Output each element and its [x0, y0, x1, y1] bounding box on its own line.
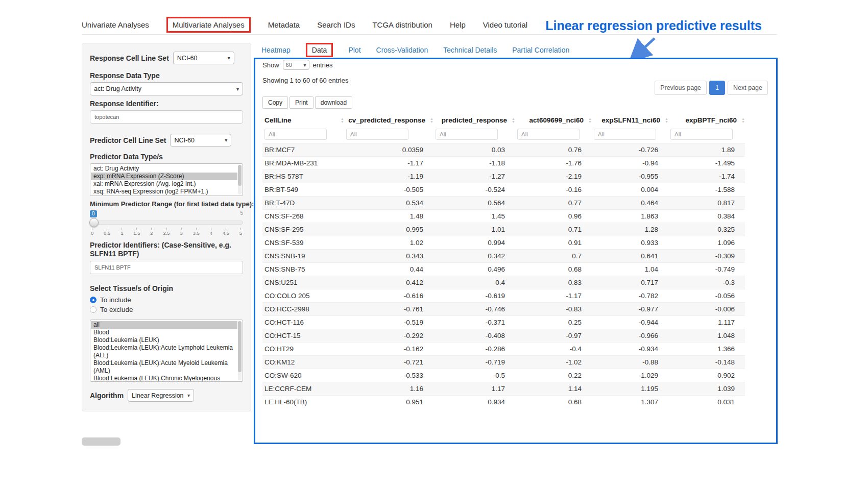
- nav-item-tcga-distribution[interactable]: TCGA distribution: [372, 20, 432, 29]
- show-entries-select[interactable]: 60 ▾: [283, 60, 309, 70]
- radio-button-icon[interactable]: [90, 306, 97, 313]
- table-cell: -0.006: [668, 303, 745, 316]
- column-filter-expbptf-nci60[interactable]: [670, 129, 733, 140]
- nav-item-metadata[interactable]: Metadata: [268, 20, 300, 29]
- slider-tick-label: 0: [91, 228, 93, 236]
- copy-button[interactable]: Copy: [262, 96, 288, 109]
- algorithm-select[interactable]: Linear Regression ▾: [128, 389, 194, 402]
- table-cell: 0.342: [433, 250, 515, 263]
- current-page-button[interactable]: 1: [709, 81, 725, 95]
- scrollbar-thumb[interactable]: [238, 165, 242, 186]
- table-row[interactable]: CNS:SNB-750.440.4960.681.04-0.749: [262, 263, 745, 276]
- table-cell: CNS:U251: [262, 276, 344, 289]
- table-row[interactable]: LE:HL-60(TB)0.9510.9340.681.3070.031: [262, 396, 745, 409]
- slider-tick-label: 1.5: [133, 228, 140, 236]
- column-header-expslfn11-nci60[interactable]: expSLFN11_nci60: [592, 113, 668, 127]
- slider-handle[interactable]: [89, 218, 99, 227]
- sort-icon[interactable]: [665, 117, 668, 124]
- tab-plot[interactable]: Plot: [348, 46, 360, 54]
- tab-cross-validation[interactable]: Cross-Validation: [376, 46, 428, 54]
- column-filter-predicted-response[interactable]: [436, 129, 498, 140]
- column-header-act609699-nci60[interactable]: act609699_nci60: [515, 113, 592, 127]
- scrollbar[interactable]: [238, 165, 242, 194]
- table-cell: LE:CCRF-CEM: [262, 382, 344, 396]
- option-xai-mrna-expression-avg-log2-int[interactable]: xai: mRNA Expression (Avg. log2 Int.): [91, 180, 237, 188]
- partial-element: [82, 437, 120, 446]
- radio-to-exclude[interactable]: To exclude: [90, 305, 243, 314]
- option-xsq-rna-seq-expression-log2-fpkm-1[interactable]: xsq: RNA-seq Expression (log2 FPKM+1.): [91, 188, 237, 196]
- sort-icon[interactable]: [741, 117, 745, 124]
- column-header-predicted-response[interactable]: predicted_response: [433, 113, 515, 127]
- tab-heatmap[interactable]: Heatmap: [261, 46, 291, 54]
- table-cell: 1.048: [668, 329, 745, 343]
- column-filter-cv-predicted-response[interactable]: [346, 129, 408, 140]
- radio-button-icon[interactable]: [90, 297, 97, 303]
- nav-item-univariate-analyses[interactable]: Univariate Analyses: [82, 20, 149, 29]
- tab-technical-details[interactable]: Technical Details: [443, 46, 497, 54]
- table-row[interactable]: CNS:SF-5391.020.9940.910.9331.096: [262, 236, 745, 250]
- table-row[interactable]: CO:COLO 205-0.616-0.619-1.17-0.782-0.056: [262, 289, 745, 303]
- nav-item-search-ids[interactable]: Search IDs: [317, 20, 355, 29]
- column-header-cellline[interactable]: CellLine: [262, 113, 344, 127]
- radio-to-include[interactable]: To include: [90, 295, 243, 305]
- table-row[interactable]: CO:KM12-0.721-0.719-1.02-0.88-0.148: [262, 356, 745, 369]
- table-cell: 0.994: [433, 236, 515, 250]
- print-button[interactable]: Print: [290, 96, 314, 109]
- table-row[interactable]: BR:HS 578T-1.19-1.27-2.19-0.955-1.74: [262, 170, 745, 183]
- option-blood-leukemia-leuk[interactable]: Blood:Leukemia (LEUK): [91, 336, 237, 344]
- next-page-button[interactable]: Next page: [728, 81, 768, 95]
- table-row[interactable]: BR:MCF70.03590.030.76-0.7261.89: [262, 143, 745, 157]
- option-blood[interactable]: Blood: [91, 329, 237, 336]
- option-act-drug-activity[interactable]: act: Drug Activity: [91, 165, 237, 173]
- table-cell: 0.031: [668, 396, 745, 409]
- column-header-cv-predicted-response[interactable]: cv_predicted_response: [344, 113, 433, 127]
- previous-page-button[interactable]: Previous page: [655, 81, 707, 95]
- table-row[interactable]: BR:BT-549-0.505-0.524-0.160.004-1.588: [262, 183, 745, 197]
- scrollbar-thumb[interactable]: [238, 321, 242, 372]
- table-cell: LE:HL-60(TB): [262, 396, 344, 409]
- column-filter-cellline[interactable]: [264, 129, 327, 140]
- tissue-list[interactable]: allBloodBlood:Leukemia (LEUK)Blood:Leuke…: [90, 320, 243, 382]
- sort-icon[interactable]: [588, 117, 592, 124]
- min-predictor-range-slider[interactable]: 0 5 00.511.522.533.544.55: [90, 210, 243, 237]
- sort-icon[interactable]: [512, 117, 515, 124]
- column-filter-act609699-nci60[interactable]: [517, 129, 580, 140]
- nav-item-multivariate-analyses[interactable]: Multivariate Analyses: [166, 17, 251, 33]
- option-blood-leukemia-leuk-acute-lymphoid-leukemia-all[interactable]: Blood:Leukemia (LEUK):Acute Lymphoid Leu…: [91, 344, 237, 359]
- table-row[interactable]: CO:SW-620-0.533-0.50.22-1.0290.902: [262, 369, 745, 382]
- option-blood-leukemia-leuk-acute-myeloid-leukemia-aml[interactable]: Blood:Leukemia (LEUK):Acute Myeloid Leuk…: [91, 359, 237, 375]
- table-row[interactable]: CO:HT29-0.162-0.286-0.4-0.9341.366: [262, 343, 745, 356]
- slider-track[interactable]: [90, 221, 243, 225]
- table-row[interactable]: CNS:SNB-190.3430.3420.70.641-0.309: [262, 250, 745, 263]
- response-data-type-select[interactable]: act: Drug Activity ▾: [90, 82, 243, 95]
- table-row[interactable]: CO:HCC-2998-0.761-0.746-0.83-0.977-0.006: [262, 303, 745, 316]
- table-row[interactable]: CO:HCT-116-0.519-0.3710.25-0.9441.117: [262, 316, 745, 329]
- table-cell: CO:SW-620: [262, 369, 344, 382]
- table-row[interactable]: CNS:SF-2950.9951.010.711.280.325: [262, 223, 745, 236]
- nav-item-video-tutorial[interactable]: Video tutorial: [483, 20, 527, 29]
- table-row[interactable]: BR:T-47D0.5340.5640.770.4640.817: [262, 197, 745, 210]
- column-header-expbptf-nci60[interactable]: expBPTF_nci60: [668, 113, 745, 127]
- table-row[interactable]: BR:MDA-MB-231-1.17-1.18-1.76-0.94-1.495: [262, 157, 745, 170]
- column-filter-expslfn11-nci60[interactable]: [594, 129, 656, 140]
- table-row[interactable]: CNS:U2510.4120.40.830.717-0.3: [262, 276, 745, 289]
- option-blood-leukemia-leuk-chronic-myelogenous-leukemia-cml[interactable]: Blood:Leukemia (LEUK):Chronic Myelogenou…: [91, 375, 237, 382]
- predictor-data-type-list[interactable]: act: Drug Activityexp: mRNA Expression (…: [90, 163, 243, 196]
- tab-data[interactable]: Data: [306, 43, 333, 57]
- table-row[interactable]: CO:HCT-15-0.292-0.408-0.97-0.9661.048: [262, 329, 745, 343]
- table-row[interactable]: CNS:SF-2681.481.450.961.8630.384: [262, 210, 745, 223]
- option-exp-mrna-expression-z-score[interactable]: exp: mRNA Expression (Z-Score): [91, 173, 237, 180]
- response-identifier-input[interactable]: topotecan: [90, 110, 243, 124]
- predictor-cell-line-set-select[interactable]: NCI-60 ▾: [170, 134, 231, 147]
- nav-item-help[interactable]: Help: [450, 20, 466, 29]
- sort-icon[interactable]: [430, 117, 433, 124]
- sort-icon[interactable]: [341, 117, 344, 124]
- download-button[interactable]: download: [315, 96, 352, 109]
- scrollbar[interactable]: [238, 321, 242, 380]
- predictor-identifiers-input[interactable]: SLFN11 BPTF: [90, 261, 243, 274]
- response-cell-line-set-select[interactable]: NCI-60 ▾: [173, 52, 234, 64]
- tab-partial-correlation[interactable]: Partial Correlation: [512, 46, 569, 54]
- option-all[interactable]: all: [91, 321, 237, 329]
- table-row[interactable]: LE:CCRF-CEM1.161.171.141.1951.039: [262, 382, 745, 396]
- table-cell: 1.48: [344, 210, 433, 223]
